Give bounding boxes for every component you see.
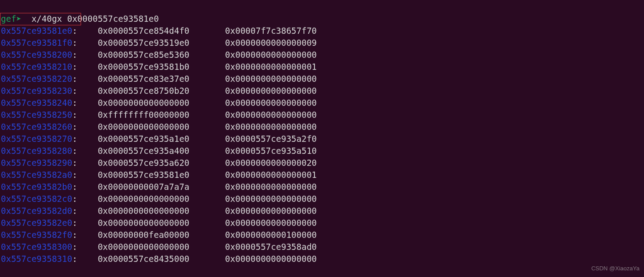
memory-address: 0x557ce9358260: [1, 122, 72, 132]
memory-address: 0x557ce9358280: [1, 146, 72, 156]
colon-sep: :: [72, 158, 77, 168]
memory-value-2: 0x0000000000000000: [225, 110, 317, 120]
gap: [77, 218, 98, 228]
memory-row: 0x557ce9358210: 0x0000557ce93581b0 0x000…: [1, 62, 317, 72]
prompt-name: gef: [1, 14, 16, 24]
memory-row: 0x557ce93582d0: 0x0000000000000000 0x000…: [1, 206, 317, 216]
gap: [189, 86, 225, 96]
memory-value-1: 0x0000557ce93519e0: [98, 38, 189, 48]
gap: [77, 206, 98, 216]
memory-value-1: 0x0000557ce8750b20: [98, 86, 189, 96]
gap: [77, 122, 98, 132]
colon-sep: :: [72, 62, 77, 72]
memory-row: 0x557ce9358200: 0x0000557ce85e5360 0x000…: [1, 50, 317, 60]
memory-address: 0x557ce93582d0: [1, 206, 72, 216]
memory-row: 0x557ce93582f0: 0x00000000fea00000 0x000…: [1, 230, 317, 240]
memory-value-1: 0x0000557ce93581b0: [98, 62, 189, 72]
gap: [77, 98, 98, 108]
gap: [189, 242, 225, 252]
memory-value-1: 0x0000000000000000: [98, 98, 189, 108]
memory-address: 0x557ce93582c0: [1, 194, 72, 204]
memory-value-1: 0x00000000fea00000: [98, 230, 189, 240]
gap: [189, 134, 225, 144]
gap: [189, 98, 225, 108]
memory-value-1: 0x0000557ce854d4f0: [98, 26, 189, 36]
gap: [77, 134, 98, 144]
memory-value-2: 0x0000000000000000: [225, 182, 317, 192]
gap: [77, 62, 98, 72]
memory-value-2: 0x0000000000000000: [225, 50, 317, 60]
gap: [77, 74, 98, 84]
memory-row: 0x557ce9358240: 0x0000000000000000 0x000…: [1, 98, 317, 108]
gap: [189, 50, 225, 60]
prompt-line: gef➤ x/40gx 0x0000557ce93581e0: [1, 14, 159, 24]
gap: [77, 230, 98, 240]
memory-value-2: 0x0000557ce9358ad0: [225, 242, 317, 252]
gap: [77, 182, 98, 192]
memory-address: 0x557ce93582a0: [1, 170, 72, 180]
memory-value-1: 0x00000000007a7a7a: [98, 182, 189, 192]
memory-value-2: 0x0000000000000000: [225, 122, 317, 132]
memory-value-2: 0x0000000000000000: [225, 98, 317, 108]
memory-address: 0x557ce93582e0: [1, 218, 72, 228]
memory-row: 0x557ce93582a0: 0x0000557ce93581e0 0x000…: [1, 170, 317, 180]
memory-row: 0x557ce9358230: 0x0000557ce8750b20 0x000…: [1, 86, 317, 96]
colon-sep: :: [72, 218, 77, 228]
memory-address: 0x557ce9358300: [1, 242, 72, 252]
colon-sep: :: [72, 98, 77, 108]
colon-sep: :: [72, 242, 77, 252]
gap: [77, 158, 98, 168]
memory-value-2: 0x0000000000000000: [225, 74, 317, 84]
memory-address: 0x557ce93581f0: [1, 38, 72, 48]
gap: [189, 158, 225, 168]
memory-dump-rows: 0x557ce93581e0: 0x0000557ce854d4f0 0x000…: [1, 25, 644, 265]
gdb-command: x/40gx 0x0000557ce93581e0: [32, 14, 159, 24]
gap: [189, 218, 225, 228]
memory-value-2: 0x0000000000000000: [225, 218, 317, 228]
memory-address: 0x557ce9358290: [1, 158, 72, 168]
memory-value-1: 0x0000557ce85e5360: [98, 50, 189, 60]
gap: [189, 146, 225, 156]
memory-value-2: 0x0000000000000000: [225, 194, 317, 204]
memory-row: 0x557ce9358280: 0x0000557ce935a400 0x000…: [1, 146, 317, 156]
memory-address: 0x557ce9358230: [1, 86, 72, 96]
gap: [189, 206, 225, 216]
memory-address: 0x557ce9358310: [1, 254, 72, 264]
memory-value-2: 0x0000000000000020: [225, 158, 317, 168]
memory-value-1: 0x0000557ce93581e0: [98, 170, 189, 180]
memory-value-1: 0x0000557ce935a1e0: [98, 134, 189, 144]
gap: [189, 74, 225, 84]
memory-value-1: 0x0000557ce935a620: [98, 158, 189, 168]
gap: [189, 122, 225, 132]
colon-sep: :: [72, 146, 77, 156]
memory-row: 0x557ce9358300: 0x0000000000000000 0x000…: [1, 242, 317, 252]
gap: [77, 38, 98, 48]
memory-address: 0x557ce93582f0: [1, 230, 72, 240]
gap: [77, 242, 98, 252]
memory-value-1: 0x0000000000000000: [98, 194, 189, 204]
gap: [189, 26, 225, 36]
memory-row: 0x557ce9358250: 0xffffffff00000000 0x000…: [1, 110, 317, 120]
gap: [189, 194, 225, 204]
gap: [189, 38, 225, 48]
gap: [189, 230, 225, 240]
colon-sep: :: [72, 38, 77, 48]
memory-value-2: 0x0000557ce935a510: [225, 146, 317, 156]
memory-row: 0x557ce93581e0: 0x0000557ce854d4f0 0x000…: [1, 26, 317, 36]
colon-sep: :: [72, 74, 77, 84]
memory-row: 0x557ce93582e0: 0x0000000000000000 0x000…: [1, 218, 317, 228]
memory-row: 0x557ce93582c0: 0x0000000000000000 0x000…: [1, 194, 317, 204]
memory-value-1: 0x0000000000000000: [98, 242, 189, 252]
memory-address: 0x557ce9358240: [1, 98, 72, 108]
colon-sep: :: [72, 122, 77, 132]
gap: [189, 110, 225, 120]
memory-address: 0x557ce9358210: [1, 62, 72, 72]
gap: [189, 182, 225, 192]
memory-value-1: 0x0000000000000000: [98, 206, 189, 216]
colon-sep: :: [72, 26, 77, 36]
colon-sep: :: [72, 194, 77, 204]
memory-row: 0x557ce9358220: 0x0000557ce83e37e0 0x000…: [1, 74, 317, 84]
gap: [77, 194, 98, 204]
terminal-output[interactable]: gef➤ x/40gx 0x0000557ce93581e0 0x557ce93…: [0, 0, 644, 277]
colon-sep: :: [72, 170, 77, 180]
